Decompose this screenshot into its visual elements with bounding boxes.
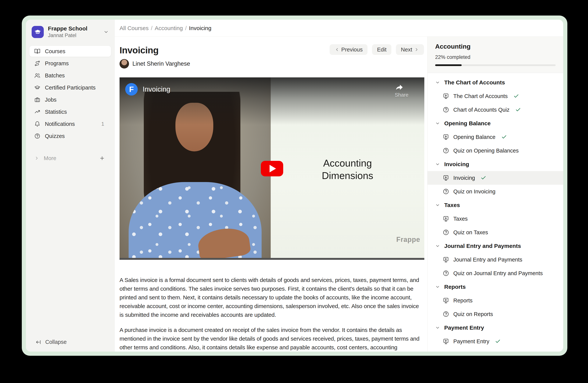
outline-section-chart-of-accounts[interactable]: The Chart of Accounts — [428, 76, 563, 89]
monitor-play-icon — [443, 215, 449, 222]
help-circle-icon — [443, 188, 449, 195]
check-icon — [513, 93, 519, 99]
workspace-switcher[interactable]: Frappe School Jannat Patel — [32, 25, 110, 38]
outline-quiz-item[interactable]: Chart of Accounts Quiz — [428, 103, 563, 116]
sidebar-collapse-button[interactable]: Collapse — [26, 339, 114, 352]
monitor-play-icon — [443, 338, 449, 345]
lesson-item-label: Opening Balance — [453, 134, 496, 140]
breadcrumb: All Courses / Accounting / Invoicing — [120, 25, 211, 31]
previous-button[interactable]: Previous — [330, 44, 368, 55]
route-icon — [34, 60, 40, 66]
help-circle-icon — [443, 147, 449, 154]
breadcrumb-accounting[interactable]: Accounting — [155, 25, 183, 31]
edit-label: Edit — [377, 47, 386, 53]
outline-lesson-item-active[interactable]: Invoicing — [428, 171, 563, 185]
progress-bar — [435, 64, 556, 66]
share-button[interactable]: Share — [395, 83, 408, 98]
notification-count-badge: 1 — [101, 121, 104, 127]
section-title: Opening Balance — [444, 120, 491, 127]
play-icon — [270, 165, 276, 172]
outline-lesson-item[interactable]: Payment Entry — [428, 335, 563, 348]
course-outline-panel: Accounting 22% completed The Chart of Ac… — [427, 37, 563, 352]
author-avatar — [120, 59, 129, 69]
edit-button[interactable]: Edit — [372, 44, 391, 55]
sidebar-item-label: Courses — [45, 48, 65, 55]
left-sidebar: Frappe School Jannat Patel Courses — [26, 20, 115, 352]
outline-quiz-item[interactable]: Quiz on Reports — [428, 307, 563, 321]
chevron-down-icon[interactable] — [104, 29, 109, 35]
outline-lesson-item[interactable]: Journal Entry and Payments — [428, 253, 563, 267]
author-name: Linet Sherin Varghese — [132, 60, 190, 67]
sidebar-more-label: More — [44, 155, 56, 161]
bell-icon — [34, 121, 40, 127]
lesson-item-label: Journal Entry and Payments — [453, 257, 522, 263]
outline-quiz-item[interactable]: Quiz on Opening Balances — [428, 144, 563, 157]
section-title: Payment Entry — [444, 325, 484, 331]
previous-label: Previous — [341, 47, 363, 53]
chevron-down-icon — [435, 121, 440, 126]
plus-icon[interactable] — [99, 155, 105, 161]
video-channel-logo[interactable]: F — [125, 83, 138, 96]
outline-section-taxes[interactable]: Taxes — [428, 198, 563, 212]
video-player[interactable]: Accounting Dimensions Frappe F Invoicing — [120, 77, 424, 260]
monitor-play-icon — [443, 175, 449, 181]
chevron-down-icon — [435, 80, 440, 85]
outline-lesson-item[interactable]: Taxes — [428, 212, 563, 226]
sidebar-item-quizzes[interactable]: Quizzes — [29, 131, 111, 142]
slide-title: Accounting Dimensions — [271, 157, 424, 182]
book-open-icon — [34, 48, 40, 54]
breadcrumb-separator: / — [151, 25, 152, 31]
chevron-right-icon — [34, 156, 39, 161]
workspace-names: Frappe School Jannat Patel — [48, 25, 99, 38]
lesson-pager: Previous Edit Next — [330, 44, 424, 55]
outline-section-invoicing[interactable]: Invoicing — [428, 157, 563, 171]
share-arrow-icon — [395, 83, 404, 91]
sidebar-item-statistics[interactable]: Statistics — [29, 106, 111, 117]
outline-quiz-item[interactable]: Quiz on Invoicing — [428, 185, 563, 198]
chevron-down-icon — [435, 162, 440, 167]
outline-list: The Chart of Accounts The Chart of Accou… — [428, 73, 563, 352]
content-row: Previous Edit Next — [115, 37, 563, 352]
sidebar-item-label: Jobs — [45, 97, 56, 103]
video-title[interactable]: Invoicing — [143, 85, 170, 93]
author-row: Linet Sherin Varghese — [120, 59, 424, 69]
sidebar-item-notifications[interactable]: Notifications 1 — [29, 118, 111, 129]
check-icon — [501, 134, 507, 140]
sidebar-item-label: Quizzes — [45, 133, 65, 139]
sidebar-item-programs[interactable]: Programs — [29, 58, 111, 69]
outline-section-opening-balance[interactable]: Opening Balance — [428, 116, 563, 130]
share-label: Share — [395, 92, 408, 98]
sidebar-item-batches[interactable]: Batches — [29, 70, 111, 81]
sidebar-item-courses[interactable]: Courses — [29, 46, 111, 57]
outline-lesson-item[interactable]: The Chart of Accounts — [428, 89, 563, 103]
outline-lesson-item[interactable]: Opening Balance — [428, 130, 563, 144]
next-button[interactable]: Next — [396, 44, 424, 55]
check-icon — [481, 175, 486, 181]
play-button[interactable] — [261, 161, 283, 176]
breadcrumb-all-courses[interactable]: All Courses — [120, 25, 148, 31]
sidebar-more[interactable]: More — [29, 153, 111, 164]
lesson-item-label: Taxes — [453, 216, 468, 222]
sidebar-item-jobs[interactable]: Jobs — [29, 94, 111, 105]
sidebar-item-label: Batches — [45, 73, 65, 79]
help-circle-icon — [443, 107, 449, 113]
sidebar-item-certified-participants[interactable]: Certified Participants — [29, 82, 111, 93]
outline-section-payment-entry[interactable]: Payment Entry — [428, 321, 563, 335]
graduation-cap-icon — [34, 85, 40, 91]
outline-section-reports[interactable]: Reports — [428, 280, 563, 294]
breadcrumb-current: Invoicing — [189, 25, 211, 31]
outline-quiz-item[interactable]: Quiz on Journal Entry and Payments — [428, 267, 563, 280]
section-title: Taxes — [444, 202, 460, 208]
lesson-item-label: The Chart of Accounts — [453, 93, 508, 99]
next-label: Next — [401, 47, 412, 53]
outline-lesson-item[interactable]: Reports — [428, 294, 563, 307]
graduation-cap-icon — [34, 28, 42, 36]
sidebar-item-label: Programs — [45, 60, 69, 67]
workspace-user: Jannat Patel — [48, 33, 99, 38]
outline-quiz-item[interactable]: Quiz on Taxes — [428, 226, 563, 239]
outline-header: Accounting 22% completed — [428, 37, 563, 73]
monitor-play-icon — [443, 297, 449, 304]
outline-section-journal-entry[interactable]: Journal Entry and Payments — [428, 239, 563, 253]
quiz-item-label: Chart of Accounts Quiz — [453, 107, 510, 113]
video-bottom-bar — [120, 258, 424, 260]
